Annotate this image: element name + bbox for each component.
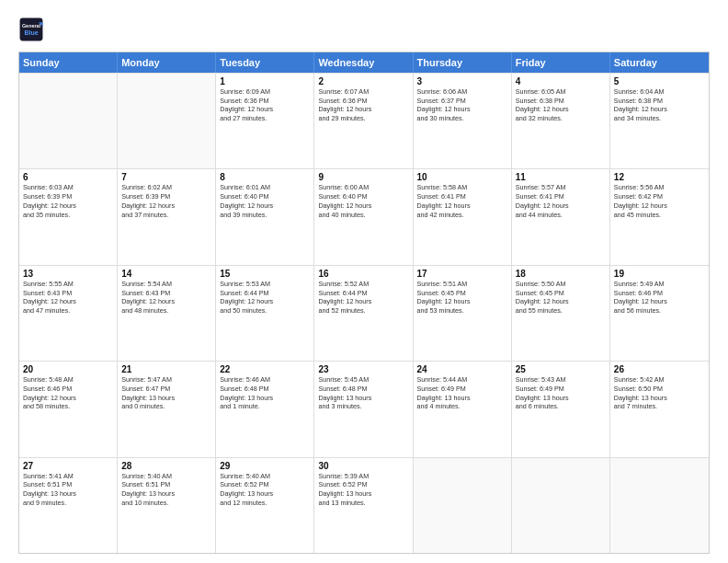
day-number: 7 — [121, 172, 211, 182]
day-number: 17 — [417, 269, 507, 279]
day-cell-23: 23Sunrise: 5:45 AM Sunset: 6:48 PM Dayli… — [314, 362, 413, 456]
cell-info: Sunrise: 5:46 AM Sunset: 6:48 PM Dayligh… — [220, 375, 310, 411]
calendar-header: SundayMondayTuesdayWednesdayThursdayFrid… — [19, 52, 709, 73]
day-number: 16 — [318, 269, 408, 279]
cell-info: Sunrise: 5:57 AM Sunset: 6:41 PM Dayligh… — [516, 183, 606, 219]
svg-text:Blue: Blue — [24, 29, 38, 36]
day-cell-26: 26Sunrise: 5:42 AM Sunset: 6:50 PM Dayli… — [610, 362, 709, 456]
cell-info: Sunrise: 5:53 AM Sunset: 6:44 PM Dayligh… — [220, 280, 310, 316]
page: General Blue SundayMondayTuesdayWednesda… — [0, 0, 728, 563]
header: General Blue — [18, 17, 710, 42]
cell-info: Sunrise: 6:03 AM Sunset: 6:39 PM Dayligh… — [23, 183, 113, 219]
cell-info: Sunrise: 6:04 AM Sunset: 6:38 PM Dayligh… — [614, 87, 705, 123]
cell-info: Sunrise: 5:41 AM Sunset: 6:51 PM Dayligh… — [23, 472, 113, 508]
day-cell-7: 7Sunrise: 6:02 AM Sunset: 6:39 PM Daylig… — [118, 169, 216, 264]
cell-info: Sunrise: 6:00 AM Sunset: 6:40 PM Dayligh… — [318, 183, 408, 219]
day-cell-11: 11Sunrise: 5:57 AM Sunset: 6:41 PM Dayli… — [512, 169, 610, 264]
day-number: 15 — [220, 269, 310, 279]
day-cell-20: 20Sunrise: 5:48 AM Sunset: 6:46 PM Dayli… — [19, 362, 118, 456]
day-cell-28: 28Sunrise: 5:40 AM Sunset: 6:51 PM Dayli… — [118, 458, 216, 553]
day-cell-16: 16Sunrise: 5:52 AM Sunset: 6:44 PM Dayli… — [314, 266, 413, 361]
cell-info: Sunrise: 5:44 AM Sunset: 6:49 PM Dayligh… — [417, 375, 507, 411]
day-number: 10 — [417, 172, 507, 182]
day-cell-15: 15Sunrise: 5:53 AM Sunset: 6:44 PM Dayli… — [216, 266, 314, 361]
cell-info: Sunrise: 5:43 AM Sunset: 6:49 PM Dayligh… — [516, 375, 606, 411]
day-number: 28 — [121, 461, 211, 471]
day-cell-30: 30Sunrise: 5:39 AM Sunset: 6:52 PM Dayli… — [314, 458, 413, 553]
calendar-row-3: 20Sunrise: 5:48 AM Sunset: 6:46 PM Dayli… — [19, 361, 709, 456]
day-cell-24: 24Sunrise: 5:44 AM Sunset: 6:49 PM Dayli… — [414, 362, 512, 456]
day-number: 25 — [516, 364, 606, 374]
cell-info: Sunrise: 5:49 AM Sunset: 6:46 PM Dayligh… — [614, 280, 705, 316]
calendar-row-1: 6Sunrise: 6:03 AM Sunset: 6:39 PM Daylig… — [19, 168, 709, 264]
day-cell-3: 3Sunrise: 6:06 AM Sunset: 6:37 PM Daylig… — [414, 74, 512, 168]
day-cell-29: 29Sunrise: 5:40 AM Sunset: 6:52 PM Dayli… — [216, 458, 314, 553]
cell-info: Sunrise: 6:06 AM Sunset: 6:37 PM Dayligh… — [417, 87, 507, 123]
day-number: 6 — [23, 172, 113, 182]
svg-text:General: General — [22, 23, 41, 29]
cell-info: Sunrise: 5:40 AM Sunset: 6:51 PM Dayligh… — [121, 472, 211, 508]
logo-icon: General Blue — [18, 17, 44, 42]
cell-info: Sunrise: 5:52 AM Sunset: 6:44 PM Dayligh… — [318, 280, 408, 316]
header-day-wednesday: Wednesday — [314, 52, 413, 73]
calendar-row-2: 13Sunrise: 5:55 AM Sunset: 6:43 PM Dayli… — [19, 265, 709, 361]
day-cell-9: 9Sunrise: 6:00 AM Sunset: 6:40 PM Daylig… — [314, 169, 413, 264]
day-cell-5: 5Sunrise: 6:04 AM Sunset: 6:38 PM Daylig… — [610, 74, 709, 168]
day-number: 20 — [23, 364, 113, 374]
empty-cell — [610, 458, 709, 553]
cell-info: Sunrise: 6:02 AM Sunset: 6:39 PM Dayligh… — [121, 183, 211, 219]
day-number: 30 — [318, 461, 408, 471]
day-number: 1 — [220, 76, 310, 86]
cell-info: Sunrise: 5:47 AM Sunset: 6:47 PM Dayligh… — [121, 375, 211, 411]
calendar-row-4: 27Sunrise: 5:41 AM Sunset: 6:51 PM Dayli… — [19, 457, 709, 553]
header-day-thursday: Thursday — [414, 52, 512, 73]
cell-info: Sunrise: 5:50 AM Sunset: 6:45 PM Dayligh… — [516, 280, 606, 316]
day-cell-25: 25Sunrise: 5:43 AM Sunset: 6:49 PM Dayli… — [512, 362, 610, 456]
day-number: 29 — [220, 461, 310, 471]
day-cell-10: 10Sunrise: 5:58 AM Sunset: 6:41 PM Dayli… — [414, 169, 512, 264]
day-cell-4: 4Sunrise: 6:05 AM Sunset: 6:38 PM Daylig… — [512, 74, 610, 168]
day-number: 14 — [121, 269, 211, 279]
day-number: 22 — [220, 364, 310, 374]
empty-cell — [414, 458, 512, 553]
day-cell-8: 8Sunrise: 6:01 AM Sunset: 6:40 PM Daylig… — [216, 169, 314, 264]
calendar-body: 1Sunrise: 6:09 AM Sunset: 6:36 PM Daylig… — [19, 73, 709, 553]
cell-info: Sunrise: 5:48 AM Sunset: 6:46 PM Dayligh… — [23, 375, 113, 411]
day-cell-2: 2Sunrise: 6:07 AM Sunset: 6:36 PM Daylig… — [314, 74, 413, 168]
header-day-monday: Monday — [118, 52, 216, 73]
day-number: 3 — [417, 76, 507, 86]
cell-info: Sunrise: 5:51 AM Sunset: 6:45 PM Dayligh… — [417, 280, 507, 316]
cell-info: Sunrise: 5:54 AM Sunset: 6:43 PM Dayligh… — [121, 280, 211, 316]
day-cell-17: 17Sunrise: 5:51 AM Sunset: 6:45 PM Dayli… — [414, 266, 512, 361]
header-day-friday: Friday — [512, 52, 610, 73]
day-number: 4 — [516, 76, 606, 86]
day-cell-27: 27Sunrise: 5:41 AM Sunset: 6:51 PM Dayli… — [19, 458, 118, 553]
day-cell-1: 1Sunrise: 6:09 AM Sunset: 6:36 PM Daylig… — [216, 74, 314, 168]
header-day-sunday: Sunday — [19, 52, 118, 73]
day-number: 13 — [23, 269, 113, 279]
empty-cell — [19, 74, 118, 168]
day-number: 9 — [318, 172, 408, 182]
cell-info: Sunrise: 6:07 AM Sunset: 6:36 PM Dayligh… — [318, 87, 408, 123]
cell-info: Sunrise: 6:09 AM Sunset: 6:36 PM Dayligh… — [220, 87, 310, 123]
day-cell-14: 14Sunrise: 5:54 AM Sunset: 6:43 PM Dayli… — [118, 266, 216, 361]
calendar: SundayMondayTuesdayWednesdayThursdayFrid… — [18, 52, 710, 554]
day-number: 23 — [318, 364, 408, 374]
cell-info: Sunrise: 5:58 AM Sunset: 6:41 PM Dayligh… — [417, 183, 507, 219]
empty-cell — [512, 458, 610, 553]
logo: General Blue — [18, 17, 44, 42]
day-number: 19 — [614, 269, 705, 279]
day-cell-19: 19Sunrise: 5:49 AM Sunset: 6:46 PM Dayli… — [610, 266, 709, 361]
day-number: 27 — [23, 461, 113, 471]
cell-info: Sunrise: 5:40 AM Sunset: 6:52 PM Dayligh… — [220, 472, 310, 508]
day-number: 21 — [121, 364, 211, 374]
day-number: 26 — [614, 364, 705, 374]
day-number: 2 — [318, 76, 408, 86]
empty-cell — [118, 74, 216, 168]
cell-info: Sunrise: 5:56 AM Sunset: 6:42 PM Dayligh… — [614, 183, 705, 219]
calendar-row-0: 1Sunrise: 6:09 AM Sunset: 6:36 PM Daylig… — [19, 73, 709, 168]
cell-info: Sunrise: 6:05 AM Sunset: 6:38 PM Dayligh… — [516, 87, 606, 123]
header-day-saturday: Saturday — [610, 52, 709, 73]
cell-info: Sunrise: 5:55 AM Sunset: 6:43 PM Dayligh… — [23, 280, 113, 316]
day-number: 12 — [614, 172, 705, 182]
